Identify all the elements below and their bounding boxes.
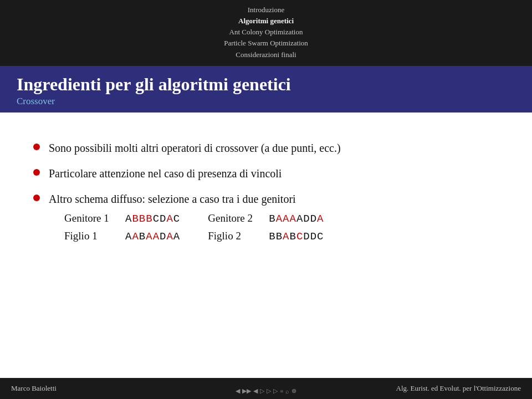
list-item-3: Altro schema diffuso: selezione a caso t… xyxy=(33,191,499,246)
page-subtitle: Crossover xyxy=(17,96,515,107)
figlio2-label: Figlio 2 xyxy=(208,229,269,244)
title-bar: Ingredienti per gli algoritmi genetici C… xyxy=(0,66,532,112)
list-item-2: Particolare attenzione nel caso di prese… xyxy=(33,166,499,181)
footer: Marco Baioletti ◀ ▶▶ ◀ ▷ ▷ ▷ ≡ ⌕ ⊕ Alg. … xyxy=(0,378,532,399)
bullet-list: Sono possibili molti altri operatori di … xyxy=(33,140,499,246)
figlio1-seq: AABAADAA xyxy=(125,229,180,244)
figlio1-label: Figlio 1 xyxy=(64,229,125,244)
nav-zoom-icon[interactable]: ⊕ xyxy=(291,387,296,395)
genitore1-row: Genitore 1 ABBBCDAC Genitore 2 BAAAADDA xyxy=(64,211,499,227)
figlio2-seq: BBABCDDC xyxy=(269,229,324,244)
nav-group-icon[interactable]: ▶▶ xyxy=(242,387,251,395)
top-navigation: Introduzione Algoritmi genetici Ant Colo… xyxy=(0,0,532,66)
nav-item-considerazioni[interactable]: Considerazioni finali xyxy=(0,49,532,60)
nav-right-icon-3[interactable]: ▷ xyxy=(273,387,278,395)
genitore2-seq: BAAAADDA xyxy=(269,212,324,227)
nav-search-icon[interactable]: ⌕ xyxy=(285,388,289,395)
nav-bar-icon[interactable]: ≡ xyxy=(280,388,283,395)
nav-item-aco[interactable]: Ant Colony Optimization xyxy=(0,27,532,38)
nav-right-icon-2[interactable]: ▷ xyxy=(267,387,271,395)
bullet-text-2: Particolare attenzione nel caso di prese… xyxy=(49,166,499,181)
bullet-text-1: Sono possibili molti altri operatori di … xyxy=(49,140,499,156)
nav-item-algoritmi[interactable]: Algoritmi genetici xyxy=(0,16,532,27)
genitore1-label: Genitore 1 xyxy=(64,211,125,226)
nav-right-icon-1[interactable]: ▷ xyxy=(260,387,264,395)
genitore1-seq: ABBBCDAC xyxy=(125,212,180,227)
figlio1-row: Figlio 1 AABAADAA Figlio 2 BBABCDDC xyxy=(64,229,499,244)
bullet-icon-3 xyxy=(33,195,40,201)
genitore2-label: Genitore 2 xyxy=(208,211,269,226)
main-content: Sono possibili molti altri operatori di … xyxy=(0,112,532,267)
footer-course: Alg. Eurist. ed Evolut. per l'Ottimizzaz… xyxy=(396,384,521,393)
page-title: Ingredienti per gli algoritmi genetici xyxy=(17,74,515,95)
nav-item-pso[interactable]: Particle Swarm Optimization xyxy=(0,38,532,49)
crossover-table: Genitore 1 ABBBCDAC Genitore 2 BAAAADDA … xyxy=(64,211,499,244)
footer-nav-icons: ◀ ▶▶ ◀ ▷ ▷ ▷ ≡ ⌕ ⊕ xyxy=(236,387,296,395)
list-item-1: Sono possibili molti altri operatori di … xyxy=(33,140,499,156)
nav-left-icon[interactable]: ◀ xyxy=(253,387,258,395)
footer-author: Marco Baioletti xyxy=(11,384,57,393)
bullet-icon-2 xyxy=(33,169,40,176)
bullet-icon-1 xyxy=(33,144,40,150)
nav-prev-icon[interactable]: ◀ xyxy=(236,387,240,395)
bullet-text-3: Altro schema diffuso: selezione a caso t… xyxy=(49,191,499,246)
nav-item-introduzione[interactable]: Introduzione xyxy=(0,4,532,16)
